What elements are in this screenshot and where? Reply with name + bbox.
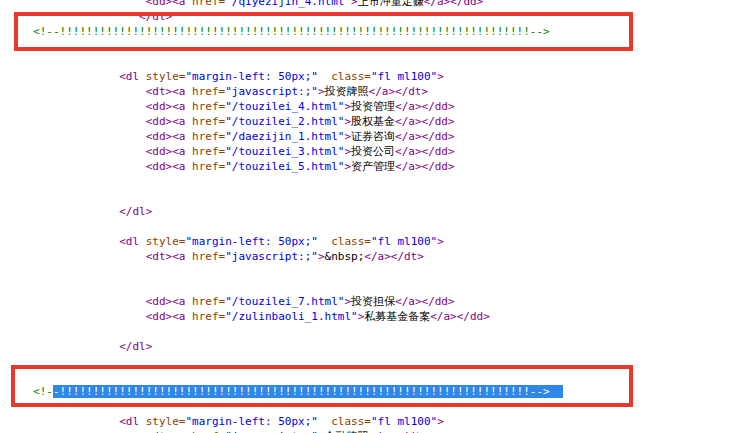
code-line: </dl> [0,339,748,354]
code-token-tag: <dt><a [146,85,192,98]
code-line: </dl> [0,9,748,24]
code-line: <!--!!!!!!!!!!!!!!!!!!!!!!!!!!!!!!!!!!!!… [0,24,748,39]
code-line: <dd><a href="/touzilei_3.html">投资公司</a><… [0,144,748,159]
code-token-text: 投资担保 [351,295,395,308]
code-token-value: "/touzilei_3.html" [225,145,344,158]
code-token-tag: > [351,0,358,8]
code-line: <dd><a href="/qiyezijin_4.html">上市冲量定赚</… [0,0,748,9]
code-token-tag: </a></dd> [395,115,455,128]
code-line [0,264,748,279]
code-token-attr: href= [192,85,225,98]
code-token-attr: href= [192,115,225,128]
code-token-value: "margin-left: 50px;" [185,235,317,248]
code-token-value: "/touzilei_2.html" [225,115,344,128]
code-token-tag: </a></dd> [395,160,455,173]
code-token-value: "fl ml100" [371,235,437,248]
source-view-page: { "palette": { "tag": "#800080", "attr":… [0,0,748,433]
code-token-tag: </dl> [119,340,152,353]
code-token-text: 股权基金 [351,115,395,128]
source-code-viewport[interactable]: <dd><a href="/qiyezijin_4.html">上市冲量定赚</… [0,0,748,433]
code-token-tag: </a></dd> [395,130,455,143]
code-line [0,369,748,384]
code-token-attr: href= [192,145,225,158]
code-token-value: "/touzilei_4.html" [225,100,344,113]
code-token-tag: <dd><a [146,130,192,143]
code-token-attr: style= [146,415,186,428]
code-token-tag [318,415,331,428]
code-token-tag: <dd><a [146,100,192,113]
code-token-tag: <dl [119,70,146,83]
code-token-tag: <dd><a [146,295,192,308]
code-line: <dd><a href="/touzilei_7.html">投资担保</a><… [0,294,748,309]
code-line: <dt><a href="javascript:;">投资牌照</a></dt> [0,84,748,99]
code-token-tag: </a></dd> [395,100,455,113]
code-token-comment: <!--!!!!!!!!!!!!!!!!!!!!!!!!!!!!!!!!!!!!… [33,25,550,38]
code-token-tag: </a></dd> [395,295,455,308]
code-token-value: "margin-left: 50px;" [185,415,317,428]
code-area[interactable]: <dd><a href="/qiyezijin_4.html">上市冲量定赚</… [0,0,748,433]
code-token-tag: > [437,235,444,248]
code-line [0,174,748,189]
code-token-tag: <dt><a [146,250,192,263]
code-token-text: 投资牌照 [325,85,369,98]
code-token-attr: class= [331,235,371,248]
code-line: <dd><a href="/touzilei_5.html">资产管理</a><… [0,159,748,174]
code-line: <dd><a href="/touzilei_2.html">股权基金</a><… [0,114,748,129]
code-token-tag: <dd><a [146,0,192,8]
code-token-text: &nbsp; [325,250,365,263]
code-token-text: 证券咨询 [351,130,395,143]
code-line [0,189,748,204]
code-token-value: "fl ml100" [371,70,437,83]
code-line [0,279,748,294]
code-token-comment: <!- [33,385,53,398]
code-token-value: "javascript:;" [225,250,318,263]
code-token-attr: href= [192,310,225,323]
code-token-attr: href= [192,160,225,173]
code-token-tag: </a></dd> [395,145,455,158]
code-token-tag: </dl> [119,205,152,218]
code-token-tag: <dd><a [146,145,192,158]
code-line [0,354,748,369]
code-line: <dl style="margin-left: 50px;" class="fl… [0,234,748,249]
code-token-value: "/zulinbaoli_1.html" [225,310,357,323]
code-token-tag: > [318,250,325,263]
code-line: <dd><a href="/zulinbaoli_1.html">私募基金备案<… [0,309,748,324]
code-token-value: "/touzilei_5.html" [225,160,344,173]
code-token-value: "/touzilei_7.html" [225,295,344,308]
code-token-text: 投资公司 [351,145,395,158]
code-token-value: "javascript:;" [225,85,318,98]
code-token-attr: href= [192,250,225,263]
code-token-tag: </a></dd> [430,310,490,323]
code-token-attr: style= [146,70,186,83]
code-token-value: "margin-left: 50px;" [185,70,317,83]
code-line: <dt><a href="javascript:;">&nbsp;</a></d… [0,249,748,264]
code-token-tag: <dd><a [146,310,192,323]
code-line: <!--!!!!!!!!!!!!!!!!!!!!!!!!!!!!!!!!!!!!… [0,384,748,399]
code-token-tag: > [437,415,444,428]
code-token-value: "fl ml100" [371,415,437,428]
code-token-attr: class= [331,70,371,83]
code-token-tag: </a></dt> [369,85,429,98]
code-line: <dl style="margin-left: 50px;" class="fl… [0,414,748,429]
code-line: <dd><a href="/daezijin_1.html">证券咨询</a><… [0,129,748,144]
code-token-tag: </a></dd> [424,0,484,8]
code-token-attr: href= [192,100,225,113]
code-token-comment_sel [550,385,563,398]
code-line: <dd><a href="/touzilei_4.html">投资管理</a><… [0,99,748,114]
code-token-attr: class= [331,415,371,428]
code-token-tag: <dd><a [146,160,192,173]
code-token-attr: style= [146,235,186,248]
code-token-tag: </dl> [139,10,172,23]
code-line [0,399,748,414]
code-line [0,324,748,339]
code-token-tag: > [437,70,444,83]
code-token-tag: > [318,85,325,98]
code-token-attr: href= [192,295,225,308]
code-line: <dl style="margin-left: 50px;" class="fl… [0,69,748,84]
code-line [0,219,748,234]
code-token-text: 私募基金备案 [364,310,430,323]
code-token-attr: href= [192,0,225,8]
code-line [0,39,748,54]
code-token-tag [318,70,331,83]
code-token-tag: <dl [119,415,146,428]
